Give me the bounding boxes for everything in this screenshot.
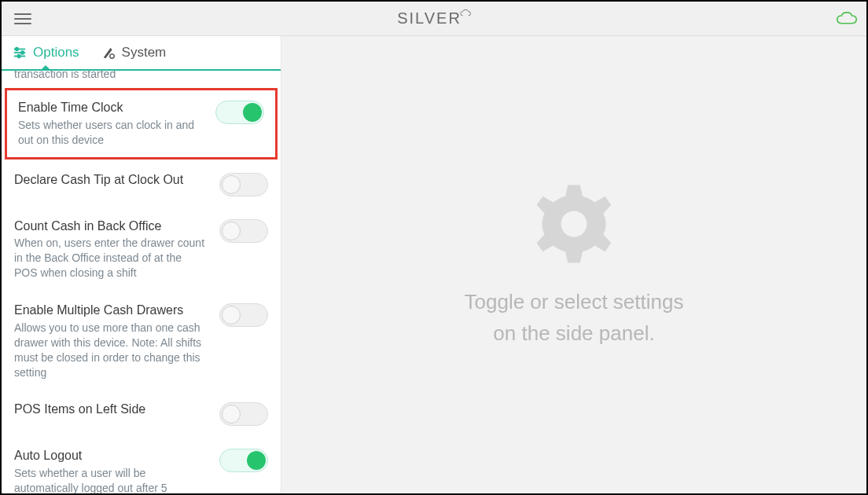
main-area: Options System transaction is started En… bbox=[2, 36, 866, 493]
placeholder-text: Toggle or select settings on the side pa… bbox=[465, 286, 684, 350]
tab-bar: Options System bbox=[2, 36, 281, 71]
setting-text: Enable Time Clock Sets whether users can… bbox=[18, 100, 208, 148]
toggle-enable-time-clock[interactable] bbox=[215, 101, 264, 124]
tab-options[interactable]: Options bbox=[2, 36, 90, 69]
logo-cloud-icon bbox=[460, 9, 471, 17]
menu-icon[interactable] bbox=[11, 10, 35, 28]
app-header: SILVER bbox=[2, 2, 866, 36]
setting-text: Count Cash in Back Office When on, users… bbox=[14, 218, 211, 280]
cloud-status-icon[interactable] bbox=[837, 12, 857, 26]
setting-title: Declare Cash Tip at Clock Out bbox=[14, 172, 205, 189]
tab-system-label: System bbox=[122, 45, 167, 60]
setting-declare-cash-tip: Declare Cash Tip at Clock Out bbox=[2, 161, 281, 207]
setting-count-cash-back-office: Count Cash in Back Office When on, users… bbox=[2, 207, 281, 292]
toggle-pos-left[interactable] bbox=[219, 402, 268, 426]
placeholder-line1: Toggle or select settings bbox=[465, 290, 684, 314]
setting-text: POS Items on Left Side bbox=[14, 402, 211, 418]
setting-text: Enable Multiple Cash Drawers Allows you … bbox=[14, 302, 211, 380]
toggle-multiple-drawers[interactable] bbox=[219, 303, 268, 327]
gear-icon bbox=[531, 181, 617, 267]
svg-point-4 bbox=[21, 51, 24, 54]
setting-text: Auto Logout Sets whether a user will be … bbox=[14, 448, 211, 493]
setting-desc: Sets whether users can clock in and out … bbox=[18, 118, 201, 148]
toggle-declare-cash-tip[interactable] bbox=[219, 173, 268, 196]
tab-options-label: Options bbox=[33, 45, 79, 60]
setting-title: Auto Logout bbox=[14, 448, 205, 464]
svg-point-5 bbox=[17, 55, 20, 58]
svg-point-6 bbox=[109, 54, 113, 58]
toggle-auto-logout[interactable] bbox=[219, 449, 268, 472]
system-icon bbox=[101, 46, 116, 60]
setting-pos-items-left: POS Items on Left Side bbox=[2, 390, 281, 437]
setting-multiple-cash-drawers: Enable Multiple Cash Drawers Allows you … bbox=[2, 292, 281, 390]
settings-list[interactable]: transaction is started Enable Time Clock… bbox=[2, 71, 281, 493]
setting-text: Declare Cash Tip at Clock Out bbox=[14, 172, 211, 189]
setting-auto-logout: Auto Logout Sets whether a user will be … bbox=[2, 437, 281, 493]
content-placeholder: Toggle or select settings on the side pa… bbox=[281, 36, 866, 493]
setting-desc: Allows you to use more than one cash dra… bbox=[14, 321, 205, 380]
setting-title: Enable Time Clock bbox=[18, 100, 201, 116]
setting-desc: Sets whether a user will be automaticall… bbox=[14, 466, 205, 493]
placeholder-line2: on the side panel. bbox=[493, 321, 654, 345]
logo-text: SILVER bbox=[397, 9, 462, 28]
logo: SILVER bbox=[397, 9, 471, 28]
cutoff-text: transaction is started bbox=[2, 71, 281, 86]
toggle-count-cash[interactable] bbox=[219, 219, 268, 243]
setting-desc: When on, users enter the drawer count in… bbox=[14, 236, 205, 280]
sliders-icon bbox=[13, 46, 27, 60]
sidebar: Options System transaction is started En… bbox=[2, 36, 281, 493]
setting-title: Count Cash in Back Office bbox=[14, 218, 205, 235]
tab-system[interactable]: System bbox=[90, 36, 178, 69]
svg-point-3 bbox=[16, 48, 19, 51]
setting-title: POS Items on Left Side bbox=[14, 402, 205, 418]
setting-title: Enable Multiple Cash Drawers bbox=[14, 302, 205, 319]
setting-enable-time-clock: Enable Time Clock Sets whether users can… bbox=[5, 88, 278, 160]
